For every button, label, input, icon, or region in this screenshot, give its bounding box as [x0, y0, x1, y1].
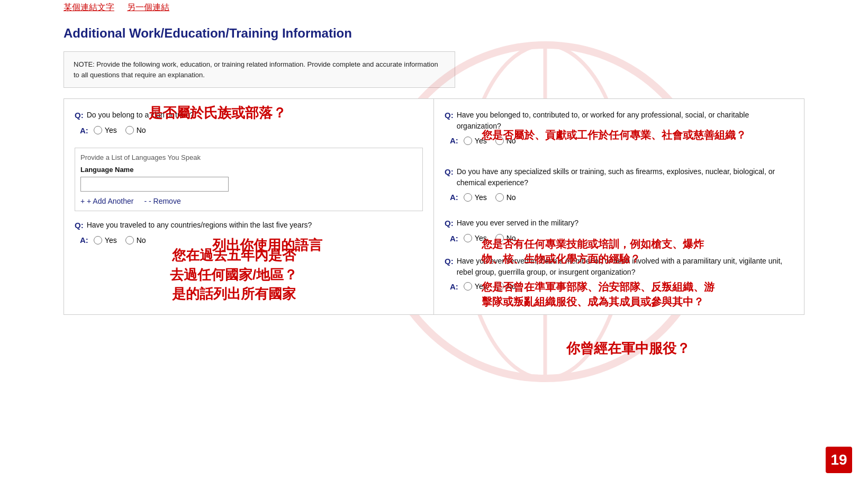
add-another-link[interactable]: + + Add Another [80, 197, 133, 205]
rq2-yes-label: Yes [475, 193, 487, 202]
rq4-yes-label: Yes [475, 282, 487, 291]
rq2-label: Q: [445, 166, 454, 188]
remove-link[interactable]: - - Remove [144, 197, 180, 205]
q1-yes-label: Yes [105, 126, 117, 134]
q2-yes-radio[interactable] [94, 236, 102, 245]
top-link-2[interactable]: 另一個連結 [127, 3, 169, 12]
rq3-no-label: No [507, 234, 516, 242]
rq2-yes-option[interactable]: Yes [464, 193, 487, 202]
rq4-a-label: A: [450, 282, 458, 291]
add-remove-row: + + Add Another - - Remove [80, 197, 417, 205]
zh-travel: 您在過去五年內是否去過任何國家/地區？是的話列出所有國家 [170, 246, 297, 303]
page-number: 19 [826, 447, 852, 473]
remove-icon: - [144, 197, 147, 205]
q1-radio-group: Yes No [94, 126, 146, 134]
question-organization: Q: Have you belonged to, contributed to,… [445, 110, 793, 145]
rq1-no-label: No [507, 137, 516, 145]
rq4-text: Have you ever served in, been a member o… [457, 256, 793, 278]
rq3-radio-group: Yes No [464, 234, 516, 242]
language-section: Provide a List of Languages You Speak La… [75, 148, 423, 211]
q1-no-label: No [137, 126, 146, 134]
rq3-yes-label: Yes [475, 234, 487, 242]
top-links-bar: 某個連結文字 另一個連結 [0, 0, 868, 15]
rq3-text: Have you ever served in the military? [457, 218, 578, 230]
rq2-a-label: A: [450, 193, 458, 202]
language-col-header: Language Name [80, 166, 417, 174]
rq3-a-label: A: [450, 234, 458, 243]
q1-a-label: A: [80, 126, 88, 135]
rq2-yes-radio[interactable] [464, 193, 472, 202]
q1-yes-radio[interactable] [94, 126, 102, 134]
question-skills: Q: Do you have any specialized skills or… [445, 166, 793, 202]
q1-text: Do you belong to a clan or tribe? [87, 110, 194, 122]
q2-yes-option[interactable]: Yes [94, 236, 117, 245]
rq4-no-option[interactable]: No [495, 282, 516, 291]
rq1-radio-group: Yes No [464, 137, 516, 145]
rq1-text: Have you belonged to, contributed to, or… [457, 110, 793, 132]
rq1-yes-option[interactable]: Yes [464, 137, 487, 145]
q1-no-radio[interactable] [125, 126, 134, 134]
zh-military: 你曾經在軍中服役？ [566, 340, 690, 358]
rq4-no-radio[interactable] [495, 282, 504, 291]
two-col-layout: Q: Do you belong to a clan or tribe? A: … [64, 98, 804, 315]
q2-label: Q: [75, 220, 84, 232]
remove-label: - Remove [149, 197, 181, 205]
rq3-yes-option[interactable]: Yes [464, 234, 487, 242]
rq1-label: Q: [445, 110, 454, 132]
left-column: Q: Do you belong to a clan or tribe? A: … [64, 98, 434, 315]
q1-no-option[interactable]: No [125, 126, 146, 134]
q2-no-radio[interactable] [125, 236, 134, 245]
top-link-1[interactable]: 某個連結文字 [64, 3, 114, 12]
add-label: + Add Another [87, 197, 133, 205]
rq3-label: Q: [445, 218, 454, 230]
rq4-yes-option[interactable]: Yes [464, 282, 487, 291]
rq4-label: Q: [445, 256, 454, 278]
note-text: NOTE: Provide the following work, educat… [74, 60, 438, 79]
rq1-no-option[interactable]: No [495, 137, 516, 145]
add-icon: + [80, 197, 85, 205]
q2-no-label: No [137, 236, 146, 245]
q2-radio-group: Yes No [94, 236, 146, 245]
q2-a-label: A: [80, 236, 88, 245]
q1-yes-option[interactable]: Yes [94, 126, 117, 134]
question-clan-tribe: Q: Do you belong to a clan or tribe? A: … [75, 110, 423, 135]
rq1-yes-radio[interactable] [464, 137, 472, 145]
rq4-yes-radio[interactable] [464, 282, 472, 291]
q2-no-option[interactable]: No [125, 236, 146, 245]
rq2-radio-group: Yes No [464, 193, 516, 202]
q1-label: Q: [75, 110, 84, 122]
language-name-input[interactable] [80, 177, 229, 192]
q2-text: Have you traveled to any countries/regio… [87, 220, 312, 232]
rq4-no-label: No [507, 282, 516, 291]
section-title: Additional Work/Education/Training Infor… [64, 26, 804, 41]
question-military: Q: Have you ever served in the military?… [445, 218, 793, 243]
question-travel: Q: Have you traveled to any countries/re… [75, 220, 423, 245]
rq4-radio-group: Yes No [464, 282, 516, 291]
question-paramilitary: Q: Have you ever served in, been a membe… [445, 256, 793, 291]
rq2-text: Do you have any specialized skills or tr… [457, 166, 793, 188]
language-header: Provide a List of Languages You Speak [80, 153, 417, 161]
q2-yes-label: Yes [105, 236, 117, 245]
rq1-a-label: A: [450, 136, 458, 145]
rq1-no-radio[interactable] [495, 137, 504, 145]
rq3-no-option[interactable]: No [495, 234, 516, 242]
rq2-no-label: No [507, 193, 516, 202]
rq3-no-radio[interactable] [495, 234, 504, 242]
rq2-no-option[interactable]: No [495, 193, 516, 202]
rq3-yes-radio[interactable] [464, 234, 472, 242]
rq1-yes-label: Yes [475, 137, 487, 145]
right-column: Q: Have you belonged to, contributed to,… [434, 98, 804, 315]
rq2-no-radio[interactable] [495, 193, 504, 202]
note-box: NOTE: Provide the following work, educat… [64, 51, 455, 88]
